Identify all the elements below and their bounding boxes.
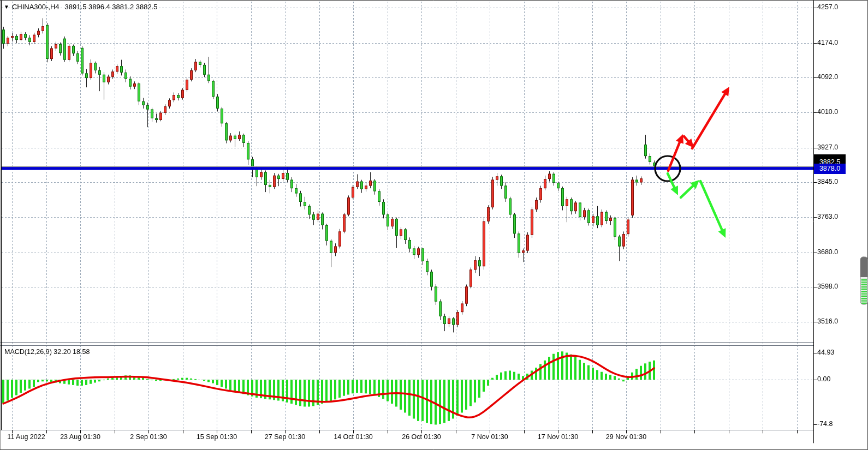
date-axis-label: 17 Nov 01:30 [538, 433, 578, 441]
chart-canvas[interactable] [0, 0, 868, 450]
price-axis-label: 4257.0 [817, 3, 838, 11]
macd-axis-label: 0.00 [817, 375, 830, 383]
date-axis-label: 7 Nov 01:30 [471, 433, 508, 441]
macd-indicator-label: MACD(12,26,9) 32.20 18.58 [4, 348, 90, 356]
date-axis-label: 27 Sep 01:30 [265, 433, 305, 441]
price-axis-label: 3927.0 [817, 143, 838, 151]
chart-window: ▼CHINA300-,H43891.5 3896.4 3881.2 3882.5… [0, 0, 868, 450]
price-axis-label: 3516.0 [817, 317, 838, 325]
price-axis-label: 4174.0 [817, 39, 838, 46]
symbol-timeframe-label: CHINA300-,H4 [12, 3, 60, 11]
hline-price-badge: 3878.0 [814, 164, 846, 174]
price-axis-label: 3763.0 [817, 213, 838, 220]
date-axis-label: 29 Nov 01:30 [606, 433, 646, 441]
current-price-badge: 3882.5 [814, 154, 846, 164]
date-axis-label: 2 Sep 01:30 [130, 433, 167, 441]
macd-axis-label: -74.8 [817, 420, 833, 428]
macd-axis-label: 44.93 [817, 349, 834, 356]
dropdown-triangle-icon[interactable]: ▼ [4, 4, 9, 10]
price-axis-label: 3680.0 [817, 248, 838, 256]
price-axis-label: 3598.0 [817, 283, 838, 290]
ohlc-values-label: 3891.5 3896.4 3881.2 3882.5 [65, 3, 158, 11]
date-axis-label: 26 Oct 01:30 [402, 433, 441, 441]
date-axis-label: 11 Aug 2022 [7, 433, 45, 441]
date-axis-label: 14 Oct 01:30 [334, 433, 373, 441]
price-axis-label: 4092.0 [817, 73, 838, 81]
price-axis-label: 3845.0 [817, 178, 838, 185]
date-axis-label: 23 Aug 01:30 [60, 433, 100, 441]
date-axis-label: 15 Sep 01:30 [197, 433, 237, 441]
symbol-title: ▼CHINA300-,H43891.5 3896.4 3881.2 3882.5 [4, 3, 158, 11]
price-axis-label: 4010.0 [817, 108, 838, 116]
